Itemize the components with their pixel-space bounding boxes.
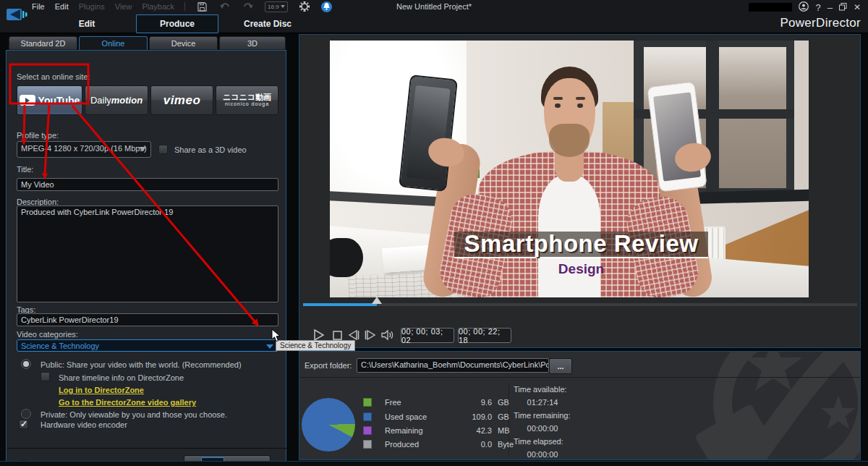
total-timecode: 00; 00; 22; 18 bbox=[458, 328, 511, 343]
legend-swatch-used bbox=[363, 412, 372, 421]
share-timeline-checkbox[interactable] bbox=[41, 372, 50, 381]
save-icon[interactable] bbox=[195, 1, 208, 12]
mode-tabs: Edit Produce Create Disc bbox=[43, 14, 311, 33]
directorzone-gallery-link[interactable]: Go to the DirectorZone video gallery bbox=[59, 398, 196, 407]
output-divider bbox=[299, 377, 861, 378]
next-frame-button[interactable] bbox=[361, 326, 378, 344]
menu-bar: File Edit Plugins View Playback 16:9 bbox=[32, 0, 332, 13]
legend-value: 42.3 bbox=[464, 426, 492, 435]
legend-label: Used space bbox=[385, 412, 464, 421]
private-radio[interactable] bbox=[21, 409, 31, 419]
video-categories-dropdown[interactable]: Science & Technology bbox=[17, 339, 278, 352]
toolbar-separator bbox=[184, 2, 185, 11]
legend-swatch-produced bbox=[363, 440, 372, 449]
hardware-encoder-label: Hardware video encoder bbox=[41, 420, 127, 429]
share-3d-checkbox[interactable] bbox=[158, 145, 168, 154]
youtube-label: YouTube bbox=[38, 95, 80, 106]
export-folder-input[interactable]: C:\Users\Katharina_Boehm\Documents\Cyber… bbox=[357, 358, 549, 373]
menu-playback: Playback bbox=[142, 2, 174, 11]
tab-create-disc[interactable]: Create Disc bbox=[224, 15, 311, 33]
time-remaining-value: 00:00:00 bbox=[514, 424, 571, 433]
tab-standard-2d[interactable]: Standard 2D bbox=[9, 36, 77, 50]
online-settings-panel: Select an online site: YouTube Dailymoti… bbox=[6, 50, 286, 462]
legend-row-remaining: Remaining 42.3 MB bbox=[363, 425, 522, 436]
brand-name: PowerDirector bbox=[780, 16, 861, 30]
seek-progress bbox=[303, 303, 377, 306]
tab-edit[interactable]: Edit bbox=[43, 15, 130, 33]
restore-icon[interactable] bbox=[839, 3, 847, 12]
legend-label: Produced bbox=[385, 440, 464, 449]
time-elapsed-value: 00:00:00 bbox=[514, 450, 571, 459]
account-avatar-icon[interactable] bbox=[799, 1, 809, 13]
aspect-ratio-value: 16:9 bbox=[268, 4, 279, 10]
redo-icon bbox=[242, 1, 255, 12]
bottom-frame-bar bbox=[0, 461, 868, 466]
dailymotion-site-button[interactable]: Dailymotion bbox=[85, 85, 148, 115]
category-tooltip: Science & Technology bbox=[276, 340, 355, 351]
legend-swatch-free bbox=[363, 398, 372, 407]
legend-label: Free bbox=[385, 398, 464, 407]
niconico-site-button[interactable]: ニコニコ動画 niconico douga bbox=[216, 85, 278, 115]
legend-value: 9.6 bbox=[464, 398, 492, 407]
menu-plugins: Plugins bbox=[79, 2, 105, 11]
settings-gear-icon[interactable] bbox=[298, 1, 311, 12]
legend-value: 0.0 bbox=[464, 440, 492, 449]
powerdirector-logo-icon bbox=[6, 5, 29, 25]
time-available-label: Time available: bbox=[514, 385, 579, 394]
title-label: Title: bbox=[17, 165, 33, 174]
black-bowl bbox=[330, 238, 363, 276]
tab-device[interactable]: Device bbox=[149, 36, 218, 50]
niconico-label-en: niconico douga bbox=[225, 101, 269, 107]
menu-file[interactable]: File bbox=[32, 2, 45, 11]
video-preview[interactable]: Smartphone Review Design bbox=[330, 41, 809, 297]
login-directorzone-link[interactable]: Log in to DirectorZone bbox=[59, 386, 144, 394]
video-categories-value: Science & Technology bbox=[21, 342, 99, 350]
legend-value: 109.0 bbox=[464, 412, 492, 421]
youtube-site-button[interactable]: YouTube bbox=[17, 85, 82, 115]
private-label: Private: Only viewable by you and those … bbox=[41, 410, 227, 419]
time-available-value: 01:27:14 bbox=[514, 398, 571, 407]
preview-panel: Smartphone Review Design 00; 00; 03; 02 … bbox=[299, 34, 861, 348]
minimize-icon[interactable]: – bbox=[827, 2, 833, 13]
title-bar: File Edit Plugins View Playback 16:9 bbox=[0, 0, 868, 33]
vimeo-site-button[interactable]: vimeo bbox=[150, 85, 213, 115]
vimeo-label: vimeo bbox=[163, 93, 201, 108]
dailymotion-label-a: Daily bbox=[90, 95, 111, 106]
public-radio[interactable] bbox=[21, 359, 31, 369]
tab-produce[interactable]: Produce bbox=[136, 14, 218, 33]
seek-bar[interactable] bbox=[303, 303, 857, 306]
legend-label: Remaining bbox=[385, 426, 464, 435]
share-3d-label: Share as a 3D video bbox=[174, 145, 247, 154]
menu-edit[interactable]: Edit bbox=[55, 2, 69, 11]
current-timecode: 00; 00; 03; 02 bbox=[401, 328, 454, 343]
aspect-ratio-button[interactable]: 16:9 bbox=[265, 1, 288, 12]
help-icon[interactable]: ? bbox=[815, 2, 820, 13]
time-remaining-label: Time remaining: bbox=[514, 411, 579, 420]
share-timeline-label: Share timeline info on DirectorZone bbox=[59, 373, 184, 382]
dailymotion-label-b: motion bbox=[111, 95, 142, 106]
output-panel: Export folder: C:\Users\Katharina_Boehm\… bbox=[299, 351, 861, 460]
redacted-account-name bbox=[749, 3, 792, 12]
undo-icon bbox=[218, 1, 231, 12]
close-icon[interactable]: ✕ bbox=[854, 2, 861, 12]
seek-thumb[interactable] bbox=[372, 297, 382, 304]
tags-input[interactable]: CyberLink PowerDirector19 bbox=[17, 313, 278, 326]
profile-type-dropdown[interactable]: MPEG-4 1280 x 720/30p (16 Mbps) bbox=[17, 141, 151, 158]
profile-type-label: Profile type: bbox=[17, 131, 59, 140]
dropdown-arrow-icon bbox=[266, 344, 273, 349]
select-site-label: Select an online site: bbox=[17, 72, 90, 81]
hardware-encoder-checkbox[interactable] bbox=[19, 420, 28, 429]
tab-3d[interactable]: 3D bbox=[219, 36, 286, 50]
tab-online[interactable]: Online bbox=[79, 36, 148, 50]
volume-button[interactable] bbox=[379, 326, 396, 344]
youtube-play-icon bbox=[20, 95, 35, 106]
director-emblem-watermark bbox=[686, 351, 861, 460]
mouse-cursor bbox=[271, 329, 281, 344]
browse-folder-button[interactable]: ... bbox=[549, 358, 572, 374]
legend-row-free: Free 9.6 GB bbox=[363, 397, 522, 408]
description-textarea[interactable]: Produced with CyberLink PowerDirector 19 bbox=[17, 206, 278, 302]
dropdown-arrow-icon bbox=[139, 147, 146, 151]
notifications-bell-icon[interactable] bbox=[321, 1, 332, 12]
title-input[interactable]: My Video bbox=[17, 178, 278, 191]
public-label: Public: Share your video with the world.… bbox=[41, 360, 242, 369]
